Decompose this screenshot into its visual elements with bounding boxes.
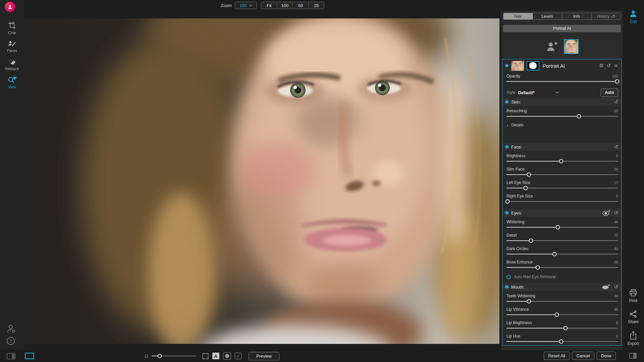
slider-knob[interactable] — [527, 299, 531, 304]
crop-icon — [8, 21, 16, 29]
slider-knob[interactable] — [552, 252, 557, 256]
done-button[interactable]: Done — [597, 352, 616, 360]
slider-knob[interactable] — [523, 186, 528, 190]
zoom-fit-button[interactable]: Fit — [261, 2, 277, 9]
section-enabled-dot[interactable] — [505, 100, 508, 104]
reset-section-icon[interactable]: ↺ — [614, 100, 618, 105]
app-logo[interactable] — [5, 2, 15, 12]
panel-toggle-icon[interactable] — [629, 353, 637, 359]
section-enabled-dot[interactable] — [505, 285, 508, 289]
help-icon[interactable]: ? — [6, 336, 15, 346]
slider-knob[interactable] — [554, 313, 559, 317]
slider-value: 43 — [614, 247, 618, 251]
slider-label: Slim Face — [506, 167, 524, 172]
slider-knob[interactable] — [505, 199, 510, 204]
slider-track[interactable] — [506, 328, 618, 328]
reset-section-icon[interactable]: ↺ — [614, 210, 618, 216]
zoom-25-button[interactable]: 25 — [309, 2, 324, 9]
slider-knob[interactable] — [577, 114, 581, 119]
section-header[interactable]: Eyes: ↺ — [502, 209, 621, 217]
section-header[interactable]: Mouth: ↺ — [502, 283, 621, 291]
lips-plus-icon[interactable] — [602, 284, 610, 290]
mask-view-icon[interactable] — [223, 352, 231, 360]
text-overlay-icon[interactable]: A — [212, 353, 219, 359]
slider-knob[interactable] — [536, 265, 540, 270]
edit-view-icon[interactable] — [25, 353, 34, 359]
soft-proof-icon[interactable]: ✓ — [235, 353, 241, 359]
share-icon — [629, 310, 637, 318]
size-slider-knob[interactable] — [157, 354, 162, 358]
style-chevron-down-icon[interactable] — [555, 92, 558, 94]
slider-knob[interactable] — [527, 173, 531, 177]
slider-knob[interactable] — [529, 239, 533, 243]
slider-track[interactable] — [506, 201, 618, 202]
slider-knob[interactable] — [559, 340, 564, 344]
slider-track[interactable] — [506, 227, 618, 228]
auto-button[interactable]: Auto — [601, 88, 618, 97]
share-button[interactable]: Share — [623, 310, 644, 324]
photo-canvas[interactable] — [24, 18, 499, 344]
add-face-icon[interactable] — [546, 41, 558, 52]
browse-view-icon[interactable] — [7, 353, 15, 359]
slider-knob[interactable] — [559, 159, 564, 164]
portrait-ai-filter-button[interactable]: Portrait AI — [503, 25, 621, 32]
section-enabled-dot[interactable] — [505, 211, 508, 215]
tab-info[interactable]: Info — [562, 13, 592, 19]
edit-mode-button[interactable]: Edit — [623, 9, 644, 24]
tool-faces[interactable]: Faces — [0, 39, 24, 53]
tab-nav[interactable]: Nav — [503, 13, 533, 19]
reset-all-button[interactable]: Reset All — [544, 352, 570, 360]
slider-track[interactable] — [506, 240, 618, 241]
slider-track[interactable] — [506, 254, 618, 254]
slider-track[interactable] — [506, 161, 618, 162]
toggle-radio[interactable] — [506, 275, 511, 279]
tool-crop[interactable]: Crop — [0, 21, 24, 35]
slider-track[interactable] — [506, 314, 618, 315]
export-button[interactable]: Export — [623, 331, 644, 346]
preview-button[interactable]: Preview — [249, 352, 279, 360]
gear-icon[interactable]: ⚙ — [599, 63, 603, 68]
eye-plus-icon[interactable] — [602, 210, 610, 216]
slider-track[interactable] — [506, 188, 618, 188]
reset-section-icon[interactable]: ↺ — [614, 285, 618, 290]
slider-row: Brightness 0 — [506, 152, 618, 166]
opacity-slider-knob[interactable] — [615, 79, 619, 84]
section-enabled-dot[interactable] — [505, 145, 508, 148]
slider-knob[interactable] — [564, 326, 568, 330]
section-header[interactable]: Face: ↺ — [502, 143, 621, 151]
zoom-label: Zoom — [221, 3, 232, 8]
cancel-button[interactable]: Cancel — [572, 352, 594, 360]
face-thumbnail[interactable] — [564, 39, 579, 54]
mask-thumbnail[interactable] — [527, 61, 539, 70]
auto-red-eye-toggle[interactable]: Auto Red Eye Removal — [506, 273, 618, 281]
opacity-slider[interactable] — [506, 81, 618, 82]
slider-track[interactable] — [506, 174, 618, 175]
reset-section-icon[interactable]: ↺ — [614, 144, 618, 149]
zoom-level-select[interactable]: 150 — [235, 2, 257, 9]
show-original-icon[interactable] — [202, 353, 209, 359]
slider-knob[interactable] — [556, 225, 560, 230]
tool-view[interactable]: View — [0, 75, 24, 89]
reset-filter-icon[interactable]: ↺ — [607, 63, 611, 68]
account-icon[interactable] — [6, 323, 16, 334]
slider-track[interactable] — [506, 301, 618, 302]
section-header[interactable]: Skin: ↺ — [502, 98, 621, 106]
close-icon[interactable]: × — [614, 63, 618, 68]
size-slider[interactable] — [152, 356, 196, 356]
zoom-100-button[interactable]: 100 — [277, 2, 293, 9]
slider-track[interactable] — [506, 267, 618, 268]
tab-levels[interactable]: Levels — [533, 13, 562, 19]
details-expander[interactable]: › Details — [506, 121, 618, 129]
section-rows: Whitening 46 Detail 22 Dark Circles 43 B… — [506, 218, 618, 281]
tab-history[interactable]: History ↺ — [592, 13, 621, 19]
filter-enabled-dot[interactable] — [505, 64, 508, 67]
print-button[interactable]: Print — [623, 289, 644, 303]
slider-row: Dark Circles 43 — [506, 245, 618, 258]
zoom-50-button[interactable]: 50 — [293, 2, 309, 9]
slider-track[interactable] — [506, 116, 618, 117]
style-dropdown-value[interactable]: Default* — [518, 90, 535, 95]
slider-track[interactable] — [506, 341, 618, 342]
slider-label: Right Eye Size — [506, 194, 533, 198]
filter-thumbnail[interactable] — [511, 61, 524, 71]
tool-retouch[interactable]: Retouch — [0, 57, 24, 71]
